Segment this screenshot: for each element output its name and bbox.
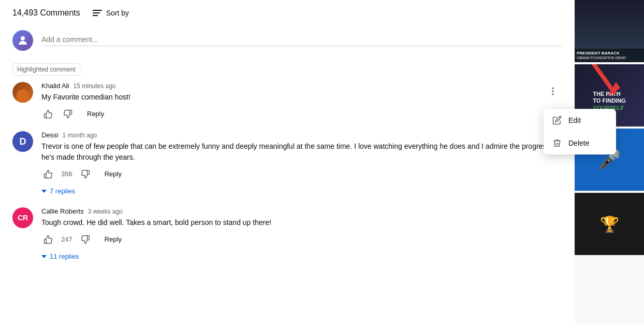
comment-time: 15 minutes ago: [73, 82, 115, 90]
sort-by-button[interactable]: Sort by: [93, 9, 129, 17]
comment-text: Tough crowd. He did well. Takes a smart,…: [41, 217, 562, 228]
comment-author: Callie Roberts: [41, 207, 84, 215]
replies-count: 7 replies: [50, 187, 75, 195]
delete-menu-item[interactable]: Delete: [544, 132, 616, 154]
svg-point-3: [552, 93, 553, 95]
comment-text: My Favorite comedian host!: [41, 92, 535, 103]
edit-label: Edit: [568, 116, 581, 124]
comment-actions: Reply: [41, 107, 535, 121]
comment-body: Callie Roberts 3 weeks ago Tough crowd. …: [41, 207, 562, 262]
replies-toggle[interactable]: 7 replies: [41, 185, 562, 197]
thumbs-up-icon: [43, 235, 53, 244]
replies-count: 11 replies: [50, 252, 79, 260]
comment-input-wrapper: [41, 35, 562, 46]
dislike-button[interactable]: [61, 107, 75, 121]
comment-time: 1 month ago: [63, 132, 97, 139]
comment-text: Trevor is one of few people that can be …: [41, 141, 562, 163]
edit-menu-item[interactable]: Edit: [544, 109, 616, 132]
reply-button[interactable]: Reply: [81, 107, 110, 121]
sort-by-label: Sort by: [106, 9, 129, 17]
comment-body: Dessi 1 month ago Trevor is one of few p…: [41, 131, 562, 197]
user-avatar: [12, 30, 33, 51]
add-comment-row: [12, 30, 562, 51]
sidebar-thumbnail[interactable]: PRESIDENT BARACK OBAMA FOUNDATION DEMO: [575, 0, 644, 62]
more-vert-icon: [548, 86, 558, 96]
avatar: CR: [12, 207, 33, 228]
delete-label: Delete: [568, 139, 589, 147]
sidebar-thumbnail[interactable]: 🏆: [575, 193, 644, 255]
chevron-down-icon: [41, 190, 47, 193]
comment-time: 3 weeks ago: [88, 208, 123, 215]
dislike-button[interactable]: [79, 167, 92, 181]
user-avatar-icon: [17, 34, 29, 47]
red-arrow-icon: [585, 64, 626, 101]
sort-icon: [93, 10, 102, 16]
comments-section: 14,493 Comments Sort by: [0, 0, 575, 324]
thumbs-up-icon: [43, 170, 53, 179]
comment-item: CR Callie Roberts 3 weeks ago Tough crow…: [12, 207, 562, 262]
right-sidebar: PRESIDENT BARACK OBAMA FOUNDATION DEMO T…: [575, 0, 644, 324]
comment-author-row: Khalid Ali 15 minutes ago: [41, 82, 535, 90]
dislike-button[interactable]: [79, 233, 92, 246]
highlighted-label: Highlighted comment: [12, 63, 80, 76]
reply-button[interactable]: Reply: [98, 167, 128, 181]
comment-item: D Dessi 1 month ago Trevor is one of few…: [12, 131, 562, 197]
thumbs-down-icon: [63, 109, 72, 119]
comment-author-row: Callie Roberts 3 weeks ago: [41, 207, 562, 215]
thumbs-down-icon: [81, 170, 90, 179]
comment-body: Khalid Ali 15 minutes ago My Favorite co…: [41, 82, 535, 121]
svg-line-4: [593, 64, 614, 92]
chevron-down-icon: [41, 255, 47, 258]
thumbs-up-icon: [43, 109, 53, 119]
like-button[interactable]: [41, 233, 55, 246]
like-button[interactable]: [41, 107, 55, 121]
like-button[interactable]: [41, 167, 55, 181]
avatar: D: [12, 131, 33, 152]
comments-header: 14,493 Comments Sort by: [12, 8, 562, 18]
avatar: [12, 82, 33, 103]
like-count: 247: [61, 235, 72, 243]
comment-input[interactable]: [41, 35, 562, 46]
context-menu: Edit Delete: [544, 109, 616, 154]
like-count: 356: [61, 170, 72, 178]
comment-item: Khalid Ali 15 minutes ago My Favorite co…: [12, 82, 562, 121]
svg-point-2: [552, 90, 553, 92]
comments-count: 14,493 Comments: [12, 8, 80, 18]
comment-menu-button[interactable]: [544, 82, 562, 101]
comment-actions: 247 Reply: [41, 232, 562, 246]
comment-author: Dessi: [41, 131, 58, 139]
thumbs-down-icon: [81, 235, 90, 244]
replies-toggle[interactable]: 11 replies: [41, 250, 562, 262]
comment-author-row: Dessi 1 month ago: [41, 131, 562, 139]
comment-author: Khalid Ali: [41, 82, 69, 90]
reply-button[interactable]: Reply: [98, 232, 128, 246]
svg-point-0: [21, 36, 25, 40]
edit-icon: [552, 115, 562, 125]
comment-actions: 356 Reply: [41, 167, 562, 181]
svg-point-1: [552, 88, 553, 89]
delete-icon: [552, 138, 562, 148]
